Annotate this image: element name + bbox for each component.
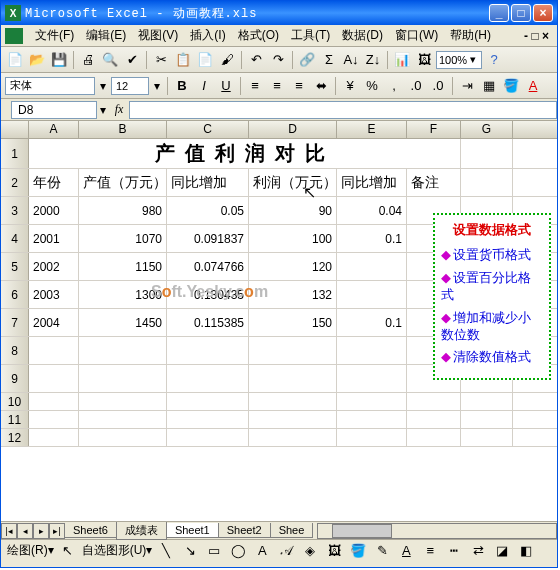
chart-icon[interactable]: 📊 bbox=[392, 50, 412, 70]
header-note[interactable]: 备注 bbox=[407, 169, 461, 196]
linecolor-icon[interactable]: ✎ bbox=[372, 541, 392, 561]
header-output[interactable]: 产值（万元） bbox=[79, 169, 167, 196]
doc-close-icon[interactable]: - □ × bbox=[520, 29, 553, 43]
horizontal-scrollbar[interactable] bbox=[317, 523, 557, 539]
namebox-dropdown-icon[interactable]: ▾ bbox=[97, 103, 109, 117]
tab-first-icon[interactable]: |◂ bbox=[1, 523, 17, 539]
col-header-c[interactable]: C bbox=[167, 121, 249, 138]
col-header-a[interactable]: A bbox=[29, 121, 79, 138]
cell[interactable] bbox=[79, 429, 167, 446]
cell[interactable] bbox=[249, 337, 337, 364]
cell[interactable] bbox=[407, 429, 461, 446]
comma-icon[interactable]: , bbox=[384, 76, 404, 96]
row-header-9[interactable]: 9 bbox=[1, 365, 29, 392]
print-icon[interactable]: 🖨 bbox=[78, 50, 98, 70]
menu-edit[interactable]: 编辑(E) bbox=[80, 25, 132, 46]
row-header-11[interactable]: 11 bbox=[1, 411, 29, 428]
cell[interactable]: 0.091837 bbox=[167, 225, 249, 252]
menu-tools[interactable]: 工具(T) bbox=[285, 25, 336, 46]
rect-icon[interactable]: ▭ bbox=[204, 541, 224, 561]
draw-menu[interactable]: 绘图(R)▾ bbox=[7, 542, 54, 559]
copy-icon[interactable]: 📋 bbox=[173, 50, 193, 70]
3d-icon[interactable]: ◧ bbox=[516, 541, 536, 561]
menu-insert[interactable]: 插入(I) bbox=[184, 25, 231, 46]
diagram-icon[interactable]: ◈ bbox=[300, 541, 320, 561]
shadow-icon[interactable]: ◪ bbox=[492, 541, 512, 561]
col-header-e[interactable]: E bbox=[337, 121, 407, 138]
sort-asc-icon[interactable]: A↓ bbox=[341, 50, 361, 70]
title-cell[interactable]: 产值利润对比 bbox=[29, 139, 461, 168]
tab-prev-icon[interactable]: ◂ bbox=[17, 523, 33, 539]
underline-icon[interactable]: U bbox=[216, 76, 236, 96]
open-icon[interactable]: 📂 bbox=[27, 50, 47, 70]
row-header-7[interactable]: 7 bbox=[1, 309, 29, 336]
row-header-5[interactable]: 5 bbox=[1, 253, 29, 280]
cell[interactable] bbox=[407, 411, 461, 428]
cell[interactable]: 0.115385 bbox=[167, 309, 249, 336]
cell[interactable] bbox=[79, 393, 167, 410]
cell[interactable] bbox=[167, 429, 249, 446]
font-dropdown-icon[interactable]: ▾ bbox=[97, 79, 109, 93]
col-header-b[interactable]: B bbox=[79, 121, 167, 138]
cell[interactable] bbox=[337, 429, 407, 446]
cell[interactable]: 2004 bbox=[29, 309, 79, 336]
row-header-8[interactable]: 8 bbox=[1, 337, 29, 364]
cell[interactable]: 0.074766 bbox=[167, 253, 249, 280]
cell[interactable]: 132 bbox=[249, 281, 337, 308]
cell[interactable] bbox=[337, 411, 407, 428]
textbox-icon[interactable]: A bbox=[252, 541, 272, 561]
cell[interactable] bbox=[337, 337, 407, 364]
drawing-icon[interactable]: 🖼 bbox=[414, 50, 434, 70]
header-inc1[interactable]: 同比增加 bbox=[167, 169, 249, 196]
percent-icon[interactable]: % bbox=[362, 76, 382, 96]
cell[interactable]: 1070 bbox=[79, 225, 167, 252]
cell[interactable] bbox=[337, 281, 407, 308]
arrowstyle-icon[interactable]: ⇄ bbox=[468, 541, 488, 561]
cell[interactable] bbox=[167, 411, 249, 428]
row-header-6[interactable]: 6 bbox=[1, 281, 29, 308]
paste-icon[interactable]: 📄 bbox=[195, 50, 215, 70]
header-profit[interactable]: 利润（万元） bbox=[249, 169, 337, 196]
currency-icon[interactable]: ¥ bbox=[340, 76, 360, 96]
menu-help[interactable]: 帮助(H) bbox=[444, 25, 497, 46]
align-right-icon[interactable]: ≡ bbox=[289, 76, 309, 96]
cell[interactable] bbox=[79, 411, 167, 428]
sort-desc-icon[interactable]: Z↓ bbox=[363, 50, 383, 70]
cell[interactable] bbox=[461, 429, 513, 446]
cell[interactable] bbox=[167, 337, 249, 364]
zoom-dropdown-icon[interactable]: ▾ bbox=[467, 53, 479, 66]
maximize-button[interactable]: □ bbox=[511, 4, 531, 22]
cell[interactable] bbox=[337, 253, 407, 280]
cell[interactable]: 100 bbox=[249, 225, 337, 252]
link-icon[interactable]: 🔗 bbox=[297, 50, 317, 70]
cell[interactable] bbox=[79, 365, 167, 392]
fx-icon[interactable]: fx bbox=[109, 102, 129, 117]
menu-format[interactable]: 格式(O) bbox=[232, 25, 285, 46]
cell[interactable] bbox=[167, 393, 249, 410]
cell[interactable] bbox=[29, 393, 79, 410]
autoshape-menu[interactable]: 自选图形(U)▾ bbox=[82, 542, 153, 559]
cell[interactable]: 2002 bbox=[29, 253, 79, 280]
italic-icon[interactable]: I bbox=[194, 76, 214, 96]
merge-icon[interactable]: ⬌ bbox=[311, 76, 331, 96]
fillcolor-icon[interactable]: 🪣 bbox=[348, 541, 368, 561]
help-icon[interactable]: ? bbox=[484, 50, 504, 70]
format-painter-icon[interactable]: 🖌 bbox=[217, 50, 237, 70]
sheet-tab[interactable]: Shee bbox=[270, 523, 314, 538]
cell[interactable] bbox=[167, 365, 249, 392]
cell[interactable] bbox=[461, 393, 513, 410]
cell[interactable]: 980 bbox=[79, 197, 167, 224]
cell[interactable] bbox=[29, 337, 79, 364]
cell[interactable] bbox=[79, 337, 167, 364]
row-header-12[interactable]: 12 bbox=[1, 429, 29, 446]
formula-input[interactable] bbox=[129, 101, 557, 119]
spell-icon[interactable]: ✔ bbox=[122, 50, 142, 70]
cell[interactable]: 1450 bbox=[79, 309, 167, 336]
menu-file[interactable]: 文件(F) bbox=[29, 25, 80, 46]
cell[interactable] bbox=[461, 411, 513, 428]
lineweight-icon[interactable]: ≡ bbox=[420, 541, 440, 561]
inc-decimal-icon[interactable]: .0 bbox=[406, 76, 426, 96]
font-combo[interactable]: 宋体 bbox=[5, 77, 95, 95]
cell[interactable]: 2000 bbox=[29, 197, 79, 224]
name-box[interactable]: D8 bbox=[11, 101, 97, 119]
